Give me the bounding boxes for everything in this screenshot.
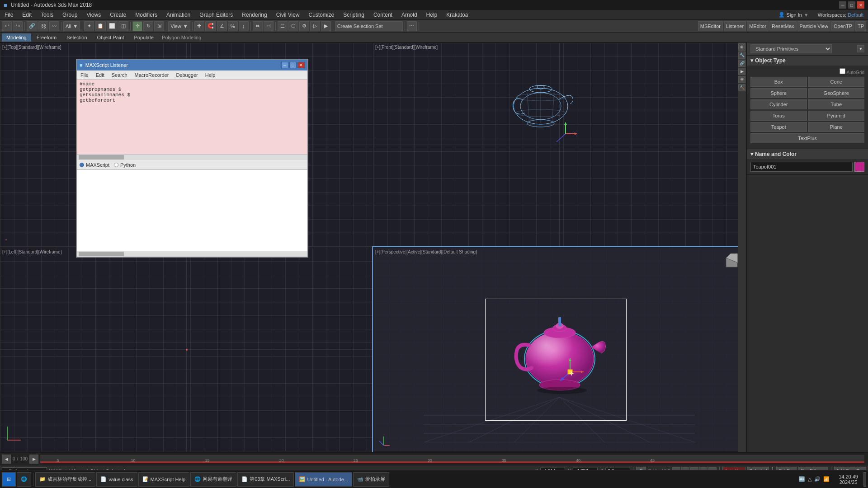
selection-filter-dropdown[interactable]: All▼ — [63, 21, 80, 31]
menu-arnold[interactable]: Arnold — [397, 10, 422, 19]
editor-button[interactable]: MEditor — [747, 21, 769, 31]
panel-options-button[interactable]: ▼ — [857, 45, 864, 52]
ms-output-scroll-thumb[interactable] — [79, 155, 124, 160]
menu-krakatoa[interactable]: Krakatoa — [442, 10, 472, 19]
ms-menu-file[interactable]: File — [77, 70, 92, 79]
render-button[interactable]: ▷ — [310, 21, 320, 31]
ms-close-button[interactable]: ✕ — [297, 62, 305, 68]
menu-help[interactable]: Help — [422, 10, 442, 19]
close-button[interactable]: ✕ — [857, 1, 864, 9]
modify-tab-icon[interactable]: 🔧 — [738, 52, 745, 59]
obj-sphere-button[interactable]: Sphere — [750, 88, 807, 98]
render-setup-button[interactable]: ⚙ — [299, 21, 309, 31]
menu-create[interactable]: Create — [105, 10, 131, 19]
object-color-swatch[interactable] — [854, 162, 864, 172]
ms-editor-button[interactable]: MSEditor — [698, 21, 723, 31]
obj-cone-button[interactable]: Cone — [808, 77, 865, 87]
ms-tab-maxscript-radio[interactable] — [80, 163, 84, 167]
maximize-button[interactable]: □ — [848, 1, 855, 9]
taskbar-app-3dsmax[interactable]: 🖼️ Untitled - Autode... — [295, 472, 352, 487]
menu-scripting[interactable]: Scripting — [339, 10, 369, 19]
ms-tab-maxscript[interactable]: MAXScript — [80, 162, 109, 168]
unlink-button[interactable]: ⛓ — [38, 21, 48, 31]
view-dropdown[interactable]: View▼ — [168, 21, 190, 31]
ms-minimize-button[interactable]: ─ — [281, 62, 288, 68]
taskbar-app-maxscript-help[interactable]: 📝 MAXScript Help — [138, 472, 190, 487]
obj-teapot-button[interactable]: Teapot — [750, 122, 807, 132]
particle-view-button[interactable]: Particle View — [797, 21, 830, 31]
align-button[interactable]: ⊣ — [264, 21, 274, 31]
redo-button[interactable]: ↪ — [13, 21, 23, 31]
object-type-header[interactable]: ▾ Object Type — [747, 56, 868, 66]
material-editor-button[interactable]: ⬡ — [288, 21, 298, 31]
timeline-start-button[interactable]: ◀ — [2, 455, 11, 464]
viewport-left[interactable]: [+][Left][Standard][Wireframe] — [0, 247, 373, 452]
ms-restore-button[interactable]: □ — [289, 62, 297, 68]
sign-in-label[interactable]: Sign In — [787, 12, 802, 18]
ms-menu-macrorecorder[interactable]: MacroRecorder — [131, 70, 173, 79]
taskbar-app-maxscript-doc[interactable]: 📄 第03章 MAXScri... — [237, 472, 294, 487]
object-name-input[interactable] — [750, 162, 853, 172]
select-by-name-button[interactable]: 📋 — [95, 21, 106, 31]
percent-snap-button[interactable]: % — [228, 21, 238, 31]
start-button[interactable]: ⊞ — [2, 472, 16, 487]
menu-graph-editors[interactable]: Graph Editors — [195, 10, 237, 19]
obj-plane-button[interactable]: Plane — [808, 122, 865, 132]
ms-menu-help[interactable]: Help — [202, 70, 219, 79]
show-desktop-button[interactable] — [863, 472, 866, 487]
display-tab-icon[interactable]: 👁 — [738, 76, 745, 83]
minimize-button[interactable]: ─ — [839, 1, 846, 9]
obj-pyramid-button[interactable]: Pyramid — [808, 111, 865, 121]
more-tools-button[interactable]: ⋯ — [407, 21, 417, 31]
pivot-button[interactable]: ✚ — [194, 21, 204, 31]
window-crossing-button[interactable]: ◫ — [118, 21, 128, 31]
select-rotate-button[interactable]: ↻ — [143, 21, 153, 31]
mode-object-paint[interactable]: Object Paint — [93, 33, 129, 42]
create-selection-set[interactable]: Create Selection Set — [335, 21, 403, 31]
tp-button[interactable]: TP — [855, 21, 866, 31]
ms-input-area[interactable] — [77, 170, 307, 251]
mirror-button[interactable]: ⇔ — [253, 21, 263, 31]
menu-customize[interactable]: Customize — [304, 10, 339, 19]
hierarchy-tab-icon[interactable]: 🔗 — [738, 60, 745, 67]
viewport-front[interactable]: [+][Front][Standard][Wireframe] — [373, 42, 746, 247]
open-tp-button[interactable]: OpenTP — [831, 21, 854, 31]
menu-animation[interactable]: Animation — [162, 10, 195, 19]
rect-select-button[interactable]: ⬜ — [107, 21, 118, 31]
mode-selection[interactable]: Selection — [62, 33, 91, 42]
ms-input-scrollbar[interactable] — [77, 251, 307, 257]
timeline-scale[interactable]: 5 10 15 20 25 30 35 40 45 — [40, 455, 864, 463]
snap-toggle-button[interactable]: 🧲 — [205, 21, 216, 31]
menu-file[interactable]: File — [0, 10, 18, 19]
ms-menu-search[interactable]: Search — [108, 70, 131, 79]
undo-button[interactable]: ↩ — [2, 21, 12, 31]
select-scale-button[interactable]: ⇲ — [154, 21, 164, 31]
obj-box-button[interactable]: Box — [750, 77, 807, 87]
ms-output-area[interactable]: #name getpropnames $ getsubanimnames $ g… — [77, 80, 307, 155]
name-color-header[interactable]: ▾ Name and Color — [747, 149, 868, 159]
spinner-snap-button[interactable]: ↕ — [239, 21, 249, 31]
ms-input-textarea[interactable] — [77, 170, 307, 251]
layer-manager-button[interactable]: ☰ — [278, 21, 288, 31]
ms-input-scroll-thumb[interactable] — [79, 252, 124, 256]
link-button[interactable]: 🔗 — [27, 21, 38, 31]
obj-cylinder-button[interactable]: Cylinder — [750, 99, 807, 109]
autogrid-checkbox[interactable] — [840, 68, 845, 74]
obj-geosphere-button[interactable]: GeoSphere — [808, 88, 865, 98]
menu-group[interactable]: Group — [58, 10, 82, 19]
render-viewport-button[interactable]: ▶ — [321, 21, 331, 31]
menu-tools[interactable]: Tools — [36, 10, 58, 19]
mode-modeling[interactable]: Modeling — [2, 33, 31, 42]
menu-rendering[interactable]: Rendering — [237, 10, 271, 19]
menu-edit[interactable]: Edit — [18, 10, 36, 19]
taskbar-app-value-class[interactable]: 📄 value class — [96, 472, 137, 487]
menu-civil-view[interactable]: Civil View — [272, 10, 304, 19]
bind-space-warp[interactable]: 〰 — [49, 21, 59, 31]
taskbar-app-folder[interactable]: 📁 成吉林治疗集成控... — [35, 472, 95, 487]
mode-populate[interactable]: Populate — [129, 33, 158, 42]
motion-tab-icon[interactable]: ▶ — [738, 68, 745, 75]
ms-menu-debugger[interactable]: Debugger — [172, 70, 201, 79]
timeline-end-button[interactable]: ▶ — [29, 455, 38, 464]
select-move-button[interactable]: ✛ — [132, 21, 142, 31]
menu-modifiers[interactable]: Modifiers — [131, 10, 162, 19]
